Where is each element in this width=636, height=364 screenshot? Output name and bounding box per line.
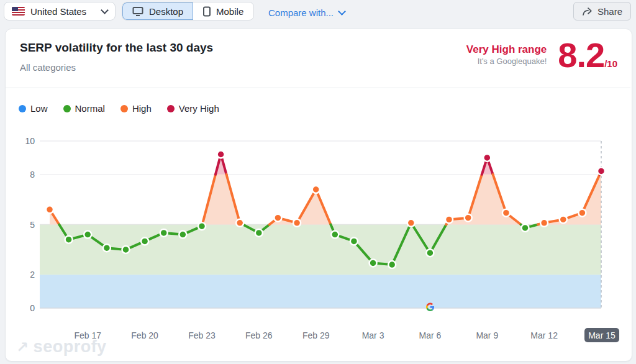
- svg-text:Feb 23: Feb 23: [188, 330, 216, 340]
- svg-text:2: 2: [30, 270, 35, 280]
- data-point: [293, 219, 301, 227]
- band-low: [40, 275, 601, 308]
- data-point: [84, 231, 91, 239]
- normal-dot-icon: [63, 105, 71, 112]
- arrow-up-right-icon: ↗: [16, 339, 29, 356]
- volatility-score-block: Very High range It's a Googlequake! 8.2 …: [466, 39, 617, 71]
- svg-text:0: 0: [30, 303, 35, 313]
- device-toggle: Desktop Mobile: [122, 2, 254, 20]
- high-dot-icon: [120, 105, 128, 112]
- data-point: [312, 186, 320, 193]
- desktop-toggle-button[interactable]: Desktop: [122, 2, 193, 20]
- legend-item-high: High: [120, 103, 152, 114]
- svg-text:Mar 15: Mar 15: [588, 330, 616, 340]
- data-point: [65, 236, 73, 243]
- legend-item-label: Low: [30, 103, 48, 114]
- data-point: [236, 219, 243, 227]
- svg-text:Feb 26: Feb 26: [245, 330, 273, 340]
- data-point: [522, 224, 529, 232]
- data-point: [103, 244, 111, 252]
- data-point: [141, 237, 148, 245]
- mobile-toggle-button[interactable]: Mobile: [193, 2, 253, 20]
- country-select-label: United States: [30, 6, 96, 17]
- data-point: [179, 231, 186, 239]
- page-title: SERP volatility for the last 30 days: [20, 41, 213, 55]
- data-point: [217, 151, 225, 158]
- compare-with-label: Compare with...: [268, 7, 334, 18]
- x-axis-labels: Feb 17Feb 20Feb 23Feb 26Feb 29Mar 3Mar 6…: [74, 328, 619, 342]
- volatility-chart[interactable]: 025810Feb 17Feb 20Feb 23Feb 26Feb 29Mar …: [5, 134, 631, 348]
- chevron-down-icon: [338, 7, 346, 16]
- legend-item-very-high: Very High: [167, 103, 219, 114]
- legend-item-normal: Normal: [63, 103, 105, 114]
- volatility-score-max: /10: [604, 58, 617, 69]
- desktop-toggle-label: Desktop: [149, 6, 183, 17]
- legend-item-label: High: [132, 103, 152, 114]
- us-flag-icon: [12, 7, 25, 16]
- top-toolbar: United States Desktop Mobile Compare wit…: [0, 0, 636, 29]
- data-point: [350, 237, 358, 245]
- svg-text:Mar 12: Mar 12: [530, 330, 558, 340]
- data-point: [160, 229, 168, 237]
- sensor-page: United States Desktop Mobile Compare wit…: [0, 0, 636, 364]
- data-point: [255, 229, 263, 237]
- share-icon: [582, 7, 593, 16]
- category-subtitle: All categories: [20, 62, 76, 73]
- share-button[interactable]: Share: [573, 2, 631, 20]
- svg-text:10: 10: [25, 136, 35, 146]
- volatility-score: 8.2: [558, 39, 604, 71]
- data-point: [465, 214, 472, 222]
- data-point: [483, 154, 491, 162]
- data-point: [597, 167, 605, 175]
- country-select[interactable]: United States: [4, 2, 116, 20]
- svg-text:Feb 20: Feb 20: [131, 330, 158, 340]
- legend-item-low: Low: [19, 103, 48, 114]
- range-label: Very High range: [466, 43, 547, 57]
- svg-text:Mar 9: Mar 9: [476, 330, 498, 340]
- data-point: [407, 219, 415, 227]
- svg-text:Mar 3: Mar 3: [362, 330, 384, 340]
- mobile-icon: [203, 6, 211, 17]
- svg-text:5: 5: [30, 220, 35, 230]
- mobile-toggle-label: Mobile: [216, 6, 243, 17]
- data-point: [502, 209, 510, 217]
- y-axis-labels: 025810: [25, 136, 35, 313]
- svg-text:Mar 6: Mar 6: [419, 330, 442, 340]
- svg-text:8: 8: [30, 170, 35, 180]
- chevron-down-icon: [101, 6, 109, 14]
- header-divider: [6, 88, 630, 88]
- low-dot-icon: [19, 105, 26, 112]
- data-point: [122, 246, 130, 253]
- svg-text:Feb 29: Feb 29: [302, 330, 330, 340]
- range-note: It's a Googlequake!: [466, 57, 547, 67]
- data-point: [578, 209, 586, 217]
- data-point: [445, 216, 453, 223]
- watermark-label: seoprofy: [34, 337, 107, 357]
- share-button-label: Share: [597, 6, 622, 17]
- desktop-icon: [132, 6, 143, 17]
- data-point: [370, 259, 377, 266]
- watermark: ↗ seoprofy: [16, 337, 107, 357]
- data-point: [331, 231, 338, 239]
- data-point: [198, 222, 206, 230]
- data-point: [388, 261, 396, 268]
- data-point: [46, 206, 53, 213]
- legend-item-label: Very High: [179, 103, 219, 114]
- data-point: [560, 216, 567, 223]
- legend-item-label: Normal: [75, 103, 105, 114]
- chart-legend: Low Normal High Very High: [19, 103, 219, 114]
- very-high-dot-icon: [167, 105, 175, 112]
- compare-with-dropdown[interactable]: Compare with...: [268, 7, 345, 18]
- data-point: [540, 219, 548, 227]
- data-point: [426, 249, 434, 257]
- data-point: [274, 214, 281, 222]
